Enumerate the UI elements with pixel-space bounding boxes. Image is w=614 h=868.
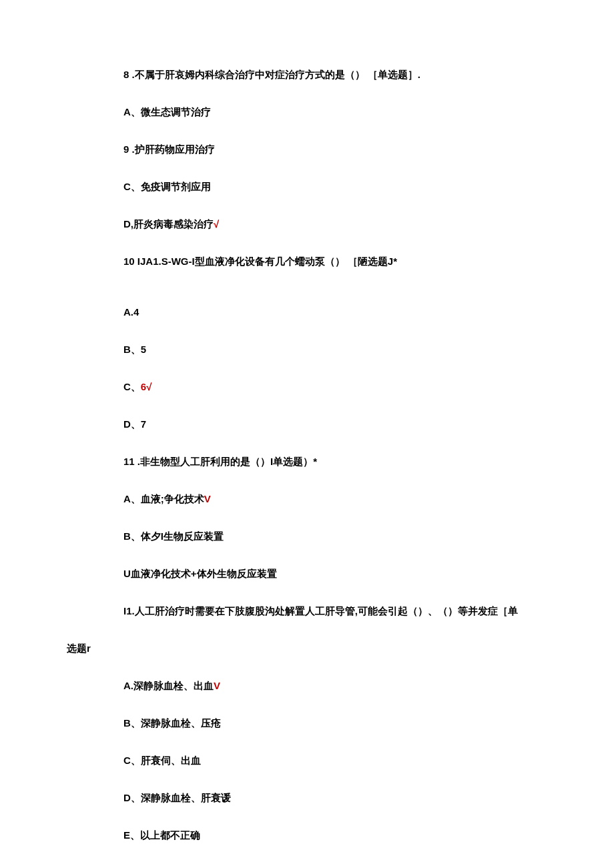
q11-num: 11 [123, 456, 135, 467]
qi1-num: I1 [123, 605, 132, 616]
q8-option-a: A、微生态调节治疗 [103, 104, 547, 120]
qi1-option-a: A.深静脉血栓、出血V [103, 678, 547, 694]
q10-option-a: A.4 [103, 304, 547, 320]
q11-option-c: U血液净化技术+体外生物反应装置 [103, 566, 547, 582]
q11-option-b: B、体夕I生物反应装置 [103, 528, 547, 544]
qi1-stem-part1: .人工肝治疗时需要在下肢腹股沟处解置人工肝导管,可能会引起（）、（）等并发症［单 [132, 605, 518, 616]
q10-option-c: C、6√ [103, 379, 547, 395]
question-i1-stem-line2: 选题r [67, 640, 547, 657]
qi1-stem-part2: 选题r [67, 642, 91, 654]
q8-correct-mark: √ [214, 218, 219, 230]
q11-correct-mark: V [204, 493, 211, 504]
q10-correct-mark: 6√ [141, 381, 152, 392]
question-10-stem: 10 IJA1.S-WG-I型血液净化设备有几个蠕动泵（） ［陋选题J* [103, 254, 547, 270]
q11-stem-text: .非生物型人工肝利用的是（）I单选题）* [135, 456, 317, 467]
q8-option-b: 9 .护肝药物应用治疗 [103, 141, 547, 157]
qi1-option-d: D、深静脉血栓、肝衰谖 [103, 790, 547, 806]
qi1-option-b: B、深静脉血栓、压疮 [103, 715, 547, 731]
qi1-option-e: E、以上都不正确 [103, 827, 547, 843]
question-8-stem: 8 .不属于肝哀姆内科综合治疗中对症治疗方式的是（） ［单选题］. [103, 67, 547, 83]
qi1-correct-mark: V [214, 680, 220, 691]
q8-stem-text: .不属于肝哀姆内科综合治疗中对症治疗方式的是（） ［单选题］. [129, 69, 420, 80]
question-11-stem: 11 .非生物型人工肝利用的是（）I单选题）* [103, 454, 547, 470]
q10-option-d: D、7 [103, 416, 547, 432]
q10-stem-text: IJA1.S-WG-I型血液净化设备有几个蠕动泵（） ［陋选题J* [135, 256, 397, 267]
question-i1-stem-line1: I1.人工肝治疗时需要在下肢腹股沟处解置人工肝导管,可能会引起（）、（）等并发症… [103, 603, 547, 619]
q11-option-a: A、血液;争化技术V [103, 491, 547, 507]
qi1-option-c: C、肝衰伺、出血 [103, 753, 547, 769]
q10-option-b: B、5 [103, 342, 547, 358]
q8-option-d: D,肝炎病毒感染治疗√ [103, 216, 547, 232]
q10-num: 10 [123, 256, 135, 267]
q8-option-c: C、免疫调节剂应用 [103, 179, 547, 195]
